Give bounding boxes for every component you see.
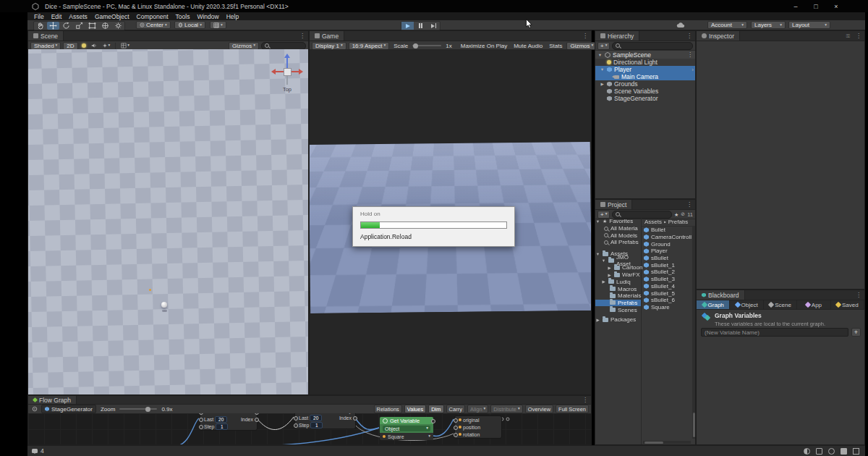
new-variable-input[interactable]: (New Variable Name) — [701, 328, 848, 337]
tab-saved-variables[interactable]: Saved — [831, 300, 864, 309]
value-input[interactable]: 1 — [216, 423, 228, 430]
scale-slider-thumb[interactable] — [413, 43, 418, 48]
values-toggle[interactable]: Values — [404, 405, 426, 413]
scene-sphere-object[interactable] — [161, 302, 167, 308]
create-object-dropdown[interactable]: +▾ — [597, 42, 610, 50]
folder-cartoon[interactable]: ▶Cartoon — [595, 264, 641, 271]
handle-space-dropdown[interactable]: Local▾ — [174, 21, 205, 29]
hand-tool-button[interactable] — [34, 22, 46, 30]
hidden-packages-icon[interactable]: ⊘ — [681, 211, 685, 217]
hierarchy-search-input[interactable] — [612, 42, 693, 50]
favorite-all-materials[interactable]: All Materia — [595, 225, 641, 232]
play-button[interactable] — [401, 22, 414, 30]
scene-gizmos-dropdown[interactable]: Gizmos▾ — [229, 42, 259, 50]
transform-members-node[interactable]: original position rotation — [454, 415, 502, 439]
project-vertical-scrollbar[interactable] — [692, 226, 695, 439]
menu-edit[interactable]: Edit — [48, 13, 66, 20]
tab-project[interactable]: Project — [595, 200, 632, 209]
file-bullet[interactable]: Bullet — [642, 227, 695, 234]
rotate-tool-button[interactable] — [60, 22, 72, 30]
get-variable-node[interactable]: Get Variable Object▾ Square▾ — [380, 417, 433, 440]
project-search-input[interactable] — [612, 211, 672, 219]
file-sbullet-2[interactable]: sBullet_2 — [642, 269, 695, 276]
tab-game[interactable]: Game — [310, 31, 344, 41]
cloud-services-button[interactable] — [675, 21, 686, 29]
file-sbullet-1[interactable]: sBullet_1 — [642, 261, 695, 269]
flow-graph-panel-menu-icon[interactable]: ⋮ — [579, 396, 591, 404]
account-dropdown[interactable]: Account▾ — [707, 21, 747, 29]
grid-snapping-dropdown[interactable]: ▾ — [210, 21, 226, 29]
folder-ludiq[interactable]: ▶Ludiq — [595, 279, 641, 286]
gizmo-center-cube[interactable] — [284, 68, 292, 76]
file-sbullet[interactable]: sBullet — [642, 255, 695, 262]
layout-dropdown[interactable]: Layout▾ — [788, 21, 830, 29]
dim-toggle[interactable]: Dim — [428, 405, 443, 413]
hierarchy-item-main-camera[interactable]: Main Camera — [595, 73, 695, 80]
distribute-dropdown[interactable]: Distribute▾ — [490, 405, 522, 413]
maximize-on-play-toggle[interactable]: Maximize On Play — [459, 43, 509, 49]
hierarchy-panel-menu-icon[interactable]: ⋮ — [684, 31, 695, 41]
folder-macros[interactable]: Macros — [595, 285, 641, 292]
progress-activity-icon[interactable] — [804, 448, 810, 455]
display-dropdown[interactable]: Display 1▾ — [312, 42, 346, 50]
scene-visibility-dropdown[interactable]: ▾ — [119, 42, 131, 50]
mute-audio-toggle[interactable]: Mute Audio — [511, 43, 545, 49]
gizmo-view-label[interactable]: Top — [272, 86, 302, 93]
menu-file[interactable]: File — [30, 13, 48, 20]
game-panel-menu-icon[interactable]: ⋮ — [579, 31, 591, 41]
value-input[interactable]: 20 — [310, 415, 322, 421]
tab-app-variables[interactable]: App — [797, 300, 830, 309]
variable-kind-dropdown[interactable]: Object▾ — [383, 426, 430, 431]
full-screen-button[interactable]: Full Screen — [556, 405, 589, 413]
scene-orientation-gizmo[interactable]: Top — [272, 54, 302, 94]
stats-toggle[interactable]: Stats — [547, 43, 564, 49]
scene-viewport[interactable]: Top — [28, 49, 308, 394]
expand-arrow-icon[interactable]: ▶ — [600, 82, 605, 86]
tab-graph-variables[interactable]: Graph — [697, 300, 730, 309]
for-loop-node-1[interactable]: Last20Index Step1 — [200, 413, 258, 431]
menu-window[interactable]: Window — [193, 13, 222, 20]
console-message-icon[interactable] — [32, 449, 38, 453]
folder-prefabs[interactable]: Prefabs — [595, 300, 641, 307]
maximize-button[interactable]: □ — [806, 0, 826, 12]
blackboard-panel-menu-icon[interactable]: ⋮ — [853, 290, 864, 300]
rect-tool-button[interactable] — [86, 22, 98, 30]
graph-target-chip[interactable]: StageGenerator — [41, 405, 96, 413]
scene-effects-dropdown[interactable]: ▾ — [101, 42, 112, 50]
file-cameracontroller[interactable]: CameraControll — [642, 234, 695, 241]
notification-icon[interactable] — [828, 448, 835, 455]
layers-dropdown[interactable]: Layers▾ — [751, 21, 786, 29]
transform-tool-button[interactable] — [99, 22, 111, 30]
file-sbullet-4[interactable]: sBullet_4 — [642, 283, 695, 290]
pause-button[interactable] — [414, 22, 427, 30]
for-loop-node-2[interactable]: Body Last20Index Step1 — [294, 413, 356, 429]
scale-tool-button[interactable] — [73, 22, 85, 30]
flow-graph-canvas[interactable]: Last20Index Step1 Body Last20Index Step1… — [28, 413, 591, 444]
project-panel-menu-icon[interactable]: ⋮ — [684, 200, 695, 209]
layout-grid-icon[interactable] — [853, 448, 859, 455]
file-ground[interactable]: Ground — [642, 240, 695, 248]
folder-scenes[interactable]: Scenes — [595, 306, 641, 313]
scene-audio-toggle[interactable] — [90, 42, 98, 50]
custom-tool-button[interactable] — [112, 22, 124, 30]
tab-scene[interactable]: Scene — [28, 31, 64, 41]
automatic-refresh-icon[interactable] — [841, 448, 847, 455]
file-sbullet-6[interactable]: sBullet_6 — [642, 297, 695, 304]
hierarchy-item-stagegenerator[interactable]: StageGenerator — [595, 95, 695, 102]
pivot-mode-dropdown[interactable]: Center▾ — [136, 21, 171, 29]
tab-hierarchy[interactable]: Hierarchy — [595, 31, 639, 41]
packages-section[interactable]: ▶Packages — [595, 316, 641, 324]
shading-mode-dropdown[interactable]: Shaded▾ — [30, 42, 61, 50]
graph-inspector-toggle[interactable] — [30, 405, 39, 413]
scale-slider[interactable] — [412, 45, 441, 46]
file-sbullet-3[interactable]: sBullet_3 — [642, 276, 695, 283]
file-player[interactable]: Player — [642, 248, 695, 255]
scene-options-icon[interactable]: ⋮ — [687, 51, 693, 58]
menu-component[interactable]: Component — [133, 13, 172, 20]
scene-lighting-toggle[interactable] — [80, 42, 88, 50]
variable-name-field[interactable]: Square▾ — [380, 433, 433, 440]
folder-jmo-assets[interactable]: ▼JMO Asset — [595, 257, 641, 264]
tab-blackboard[interactable]: Blackboard — [697, 290, 745, 300]
move-tool-button[interactable] — [47, 22, 59, 30]
prefab-open-icon[interactable]: › — [692, 67, 694, 73]
